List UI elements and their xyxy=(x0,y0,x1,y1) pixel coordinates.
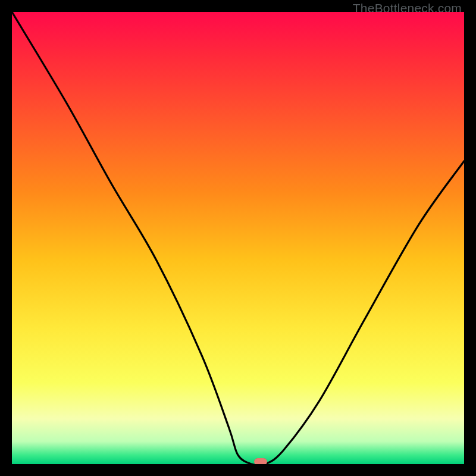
curve-path xyxy=(12,12,464,464)
chart-frame: TheBottleneck.com xyxy=(0,0,476,476)
plot-area xyxy=(12,12,464,464)
minimum-marker xyxy=(254,458,267,464)
bottleneck-curve xyxy=(12,12,464,464)
